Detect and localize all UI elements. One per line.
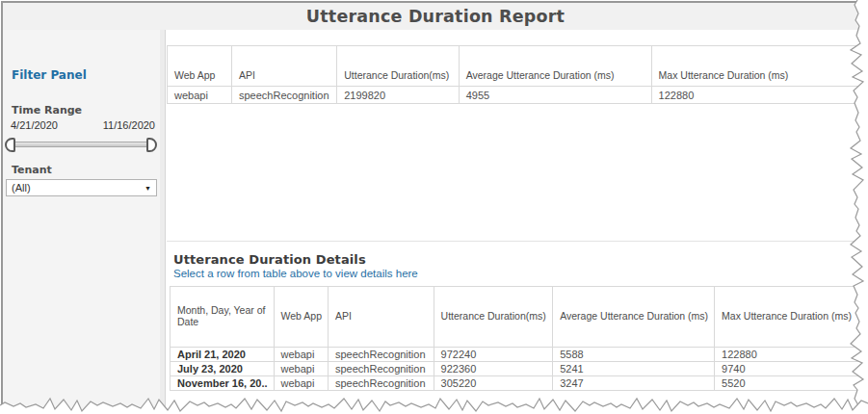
details-table: Month, Day, Year of DateWeb AppAPIUttera…: [170, 286, 868, 391]
table-cell: 922360: [434, 362, 553, 376]
table-cell: speechRecognition: [328, 362, 434, 376]
tenant-dropdown[interactable]: (All) ▼: [6, 179, 157, 196]
filter-panel-title: Filter Panel: [12, 68, 87, 82]
table-row: April 21, 2020webapispeechRecognition972…: [171, 348, 868, 362]
table-row[interactable]: webapispeechRecognition21998204955122880: [168, 87, 868, 104]
table-cell: 972240: [434, 348, 553, 362]
table-cell: July 23, 2020: [171, 362, 275, 376]
header-row: Month, Day, Year of DateWeb AppAPIUttera…: [171, 287, 868, 348]
panel-content-divider: [160, 30, 166, 414]
page-title: Utterance Duration Report: [3, 3, 868, 31]
table-row: July 23, 2020webapispeechRecognition9223…: [171, 362, 868, 376]
details-section: Utterance Duration Details Select a row …: [167, 242, 868, 286]
tenant-label: Tenant: [12, 164, 52, 176]
window-border-left: [1, 1, 3, 406]
table-cell[interactable]: 4955: [459, 87, 651, 104]
table-cell: speechRecognition: [328, 348, 434, 362]
column-header[interactable]: API: [328, 287, 434, 348]
window-border-top: [1, 1, 857, 3]
utterance-duration-report-dashboard: Utterance Duration Report Filter Panel T…: [0, 0, 868, 414]
table-cell: April 21, 2020: [171, 348, 275, 362]
chevron-down-icon: ▼: [145, 185, 151, 192]
column-header[interactable]: API: [232, 46, 337, 87]
torn-edge-right: [847, 0, 868, 414]
time-range-end-date: 11/16/2020: [103, 119, 155, 131]
table-cell[interactable]: 2199820: [337, 87, 459, 104]
table-cell[interactable]: webapi: [168, 87, 232, 104]
table-cell[interactable]: speechRecognition: [232, 87, 337, 104]
table-cell: 5588: [553, 348, 715, 362]
table-cell[interactable]: 122880: [651, 87, 867, 104]
time-range-label: Time Range: [12, 104, 82, 116]
time-range-values: 4/21/2020 11/16/2020: [11, 119, 155, 131]
slider-handle-start[interactable]: [5, 138, 15, 152]
filter-panel: Filter Panel Time Range 4/21/2020 11/16/…: [3, 30, 160, 414]
column-header[interactable]: Month, Day, Year of Date: [171, 287, 275, 348]
column-header[interactable]: Average Utterance Duration (ms): [459, 46, 651, 87]
slider-track[interactable]: [6, 142, 156, 147]
table-cell: webapi: [274, 376, 328, 391]
time-range-slider[interactable]: [5, 138, 157, 152]
column-header[interactable]: Max Utterance Duration (ms): [715, 287, 868, 348]
tenant-selected-value: (All): [12, 182, 31, 194]
table-cell: 5241: [553, 362, 715, 376]
report-content-area: Web AppAPIUtterance Duration(ms)Average …: [167, 30, 868, 414]
column-header[interactable]: Web App: [168, 46, 232, 87]
details-title: Utterance Duration Details: [173, 252, 868, 267]
table-cell: speechRecognition: [328, 376, 434, 391]
torn-edge-bottom: [0, 395, 868, 414]
table-cell: November 16, 20..: [171, 376, 275, 391]
table-cell: 122880: [715, 348, 868, 362]
table-row: November 16, 20..webapispeechRecognition…: [171, 376, 868, 391]
table-cell: 5520: [715, 376, 868, 391]
time-range-start-date: 4/21/2020: [11, 119, 58, 131]
table-cell: 305220: [434, 376, 553, 391]
column-header[interactable]: Average Utterance Duration (ms): [553, 287, 715, 348]
column-header[interactable]: Utterance Duration(ms): [337, 46, 459, 87]
table-cell: 9740: [715, 362, 868, 376]
table-cell: 3247: [553, 376, 715, 391]
column-header[interactable]: Max Utterance Duration (ms): [651, 46, 867, 87]
table-cell: webapi: [274, 362, 328, 376]
slider-handle-end[interactable]: [146, 138, 157, 152]
column-header[interactable]: Utterance Duration(ms): [434, 287, 553, 348]
summary-table: Web AppAPIUtterance Duration(ms)Average …: [167, 45, 868, 104]
header-row: Web AppAPIUtterance Duration(ms)Average …: [168, 46, 868, 87]
report-title-bar: Utterance Duration Report: [3, 3, 868, 30]
column-header[interactable]: Web App: [274, 287, 328, 348]
details-subtitle: Select a row from table above to view de…: [173, 268, 868, 279]
table-cell: webapi: [274, 348, 328, 362]
